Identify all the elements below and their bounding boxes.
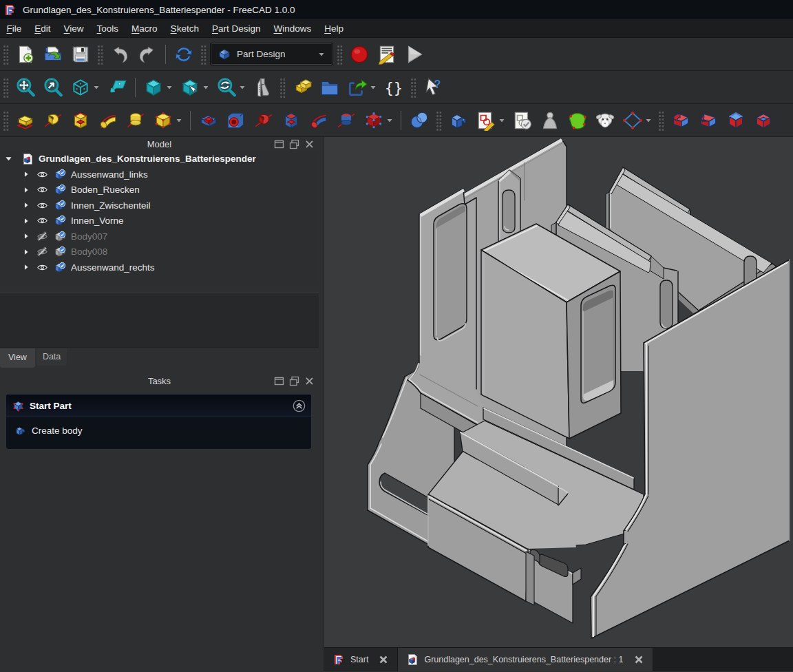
toolbar-grip[interactable] [98, 44, 104, 65]
groove-button[interactable] [250, 107, 277, 134]
tree-item-innen_zwischenteil[interactable]: Innen_Zwischenteil [0, 198, 319, 213]
new-document-button[interactable] [12, 41, 39, 68]
toolbar-grip[interactable] [3, 44, 10, 65]
subtractive-loft-button[interactable] [277, 107, 305, 134]
workbench-selector[interactable]: Part Design [211, 43, 332, 65]
toolbar-grip[interactable] [201, 44, 207, 65]
measure-button[interactable] [249, 74, 277, 101]
mdi-tab-start[interactable]: Start [324, 648, 398, 671]
tree-root-document[interactable]: Grundlagen_des_Konstruierens_Batteriespe… [0, 151, 319, 167]
validate-sketch-button[interactable] [509, 107, 536, 134]
property-tab-data[interactable]: Data [36, 348, 67, 366]
tree-expand-icon[interactable] [23, 187, 30, 193]
pocket-button[interactable] [195, 107, 222, 134]
rotate-view-button[interactable] [213, 74, 240, 101]
menu-windows[interactable]: Windows [267, 21, 318, 36]
toolbar-grip[interactable] [659, 110, 665, 131]
create-sketch-button[interactable] [472, 107, 500, 134]
subtractive-box-button[interactable] [360, 107, 388, 134]
additive-helix-button[interactable] [122, 107, 149, 134]
revolution-button[interactable] [39, 107, 67, 134]
view-cursor-button[interactable] [176, 74, 204, 101]
open-document-button[interactable] [39, 41, 67, 68]
refresh-button[interactable] [170, 41, 198, 68]
menu-part-design[interactable]: Part Design [205, 21, 267, 36]
subtractive-helix-button[interactable] [332, 107, 360, 134]
macro-record-button[interactable] [346, 41, 373, 68]
tree-item-boden_ruecken[interactable]: Boden_Ruecken [0, 182, 319, 198]
menu-edit[interactable]: Edit [28, 21, 57, 36]
tasks-float-icon[interactable] [289, 376, 299, 386]
tree-item-body008[interactable]: Body008 [0, 244, 319, 260]
create-body-task[interactable]: Create body [6, 417, 311, 437]
additive-box-button[interactable] [149, 107, 177, 134]
align-view-button[interactable] [103, 74, 131, 101]
eye-icon[interactable] [36, 200, 48, 211]
eye-off-icon[interactable] [36, 246, 48, 258]
subtractive-pipe-button[interactable] [305, 107, 332, 134]
menu-macro[interactable]: Macro [125, 21, 165, 36]
additive-loft-button[interactable] [67, 107, 94, 134]
property-tab-view[interactable]: View [0, 348, 35, 368]
menu-sketch[interactable]: Sketch [164, 21, 205, 36]
model-close-icon[interactable] [304, 139, 315, 149]
tree-item-innen_vorne[interactable]: Innen_Vorne [0, 213, 319, 229]
tree-expand-icon[interactable] [23, 171, 30, 178]
tree-expand-icon[interactable] [23, 233, 30, 240]
hole-button[interactable] [222, 107, 250, 134]
expression-button[interactable] [380, 74, 408, 101]
menu-help[interactable]: Help [318, 21, 350, 36]
tab-close-icon[interactable] [634, 655, 644, 664]
eye-off-icon[interactable] [36, 231, 48, 242]
draw-style-button[interactable] [140, 74, 167, 101]
toolbar-grip[interactable] [411, 77, 417, 98]
toolbar-grip[interactable] [337, 44, 343, 65]
eye-icon[interactable] [36, 184, 48, 196]
toolbar-grip[interactable] [280, 77, 286, 98]
thickness-button[interactable] [750, 107, 777, 134]
menu-tools[interactable]: Tools [90, 21, 125, 36]
view-isometric-button[interactable] [67, 74, 94, 101]
redo-button[interactable] [134, 41, 161, 68]
toolbar-grip[interactable] [436, 110, 443, 131]
3d-viewport[interactable]: StartGrundlagen_des_Konstruierens_Batter… [324, 137, 793, 671]
mdi-tab-document[interactable]: Grundlagen_des_Konstruierens_Batteriespe… [398, 648, 653, 671]
eye-icon[interactable] [36, 262, 48, 273]
start-part-header[interactable]: Start Part [6, 395, 311, 417]
tree-expand-icon[interactable] [23, 264, 30, 271]
tree-item-aussenwand_rechts[interactable]: Aussenwand_rechts [0, 260, 319, 275]
save-document-button[interactable] [67, 41, 94, 68]
boolean-button[interactable] [405, 107, 433, 134]
additive-pipe-button[interactable] [94, 107, 122, 134]
macro-run-button[interactable] [401, 41, 428, 68]
fit-selection-button[interactable] [39, 74, 67, 101]
eye-icon[interactable] [36, 215, 48, 227]
tasks-close-icon[interactable] [304, 376, 315, 386]
tree-item-aussenwand_links[interactable]: Aussenwand_links [0, 167, 319, 182]
tree-expand-icon[interactable] [23, 218, 30, 224]
menu-file[interactable]: File [0, 21, 28, 36]
whats-this-button[interactable] [419, 74, 447, 101]
model-dock-icon[interactable] [274, 139, 284, 149]
collapse-icon[interactable] [293, 399, 306, 412]
tree-expand-icon[interactable] [23, 202, 30, 209]
fit-all-button[interactable] [12, 74, 39, 101]
eye-icon[interactable] [36, 169, 48, 180]
create-part-button[interactable] [288, 74, 316, 101]
toolbar-grip[interactable] [3, 77, 10, 98]
create-body-button[interactable] [445, 107, 472, 134]
create-group-button[interactable] [316, 74, 343, 101]
tasks-dock-icon[interactable] [274, 376, 284, 386]
datum-button[interactable] [619, 107, 646, 134]
pad-button[interactable] [12, 107, 39, 134]
clone-button[interactable] [591, 107, 619, 134]
undo-button[interactable] [106, 41, 134, 68]
draft-button[interactable] [722, 107, 750, 134]
sub-shapebinder-button[interactable] [564, 107, 591, 134]
model-float-icon[interactable] [289, 139, 299, 149]
macro-edit-button[interactable] [373, 41, 401, 68]
make-link-button[interactable] [343, 74, 371, 101]
tab-close-icon[interactable] [379, 655, 388, 664]
chamfer-button[interactable] [695, 107, 722, 134]
shapebinder-button[interactable] [536, 107, 564, 134]
